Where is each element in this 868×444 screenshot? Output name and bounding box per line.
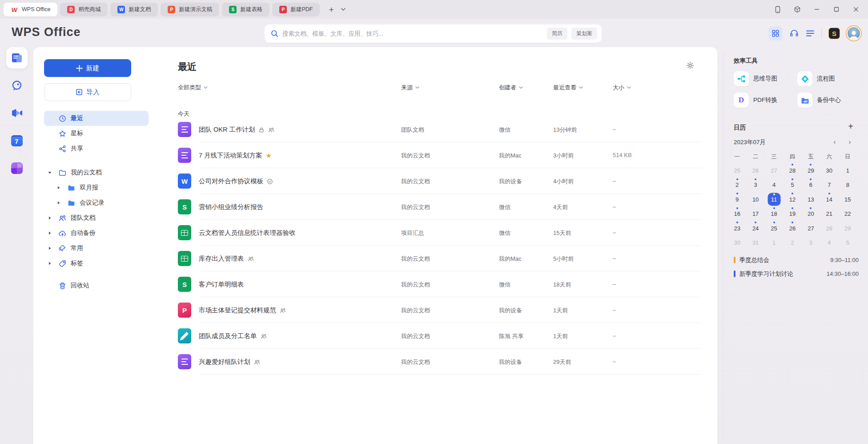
new-document-button[interactable]: 新建	[44, 59, 131, 77]
sidebar-item-team[interactable]: 团队文档	[44, 210, 149, 226]
calendar-day[interactable]: 25	[728, 163, 746, 178]
file-row[interactable]: 兴趣爱好组队计划 我的云文档 我的设备 29天前 –	[159, 349, 717, 375]
calendar-day[interactable]: 6	[802, 178, 820, 193]
file-row[interactable]: 7 月线下活动策划方案★ 我的云文档 我的Mac 3小时前 514 KB	[159, 142, 717, 168]
app-tab[interactable]: S 新建表格	[222, 3, 269, 16]
support-headset-button[interactable]	[789, 28, 799, 38]
rail-chat-button[interactable]	[6, 75, 28, 96]
app-tab[interactable]: W 新建文档	[110, 3, 158, 16]
calendar-day[interactable]: 2	[783, 236, 801, 250]
calendar-day[interactable]: 7	[820, 178, 838, 193]
search-suggestion-chip[interactable]: 策划案	[571, 28, 597, 40]
calendar-day[interactable]: 30	[820, 163, 838, 178]
sidebar-item-folder-f[interactable]: 双月报	[44, 180, 149, 195]
caret-right-icon[interactable]	[48, 231, 52, 235]
sidebar-item-folder-f[interactable]: 会议记录	[44, 195, 149, 210]
file-row[interactable]: 云文档管人员信息统计表理器验收 项目汇总 微信 15天前 –	[159, 220, 717, 246]
calendar-day[interactable]: 13	[802, 192, 820, 207]
calendar-day[interactable]: 5	[783, 178, 801, 193]
user-avatar[interactable]	[847, 26, 861, 40]
tool-flowchart[interactable]: 流程图	[797, 71, 835, 86]
calendar-day[interactable]: 8	[839, 178, 857, 193]
file-row[interactable]: 团队 OKR 工作计划 团队文档 微信 13分钟前 –	[159, 117, 717, 142]
calendar-day[interactable]: 3	[746, 178, 764, 193]
calendar-day[interactable]: 17	[746, 207, 764, 222]
calendar-day[interactable]: 15	[839, 192, 857, 207]
calendar-day[interactable]: 16	[728, 207, 746, 222]
rail-calendar-button[interactable]: 7	[6, 130, 28, 151]
file-row[interactable]: 库存出入管理表 我的云文档 我的Mac 5小时前 –	[159, 246, 717, 271]
calendar-add-button[interactable]: +	[845, 121, 856, 132]
calendar-event[interactable]: 新季度学习计划讨论 14:30–16:00	[734, 267, 859, 281]
calendar-day[interactable]: 28	[783, 163, 801, 178]
tool-mindmap[interactable]: 思维导图	[734, 71, 777, 86]
file-row[interactable]: S 客户订单明细表 我的云文档 微信 18天前 –	[159, 271, 717, 297]
column-filter[interactable]: 大小	[613, 84, 631, 92]
file-row[interactable]: W 公司对外合作协议模板 我的云文档 我的设备 4小时前 –	[159, 168, 717, 194]
caret-right-icon[interactable]	[48, 261, 52, 266]
calendar-day[interactable]: 2	[728, 178, 746, 193]
rail-documents-button[interactable]	[6, 47, 28, 69]
sidebar-item-trash[interactable]: 回收站	[44, 278, 149, 293]
file-row[interactable]: 团队成员及分工名单 我的云文档 陈旭 共享 1天前 –	[159, 323, 717, 349]
caret-right-icon[interactable]	[56, 186, 61, 190]
caret-right-icon[interactable]	[48, 216, 52, 220]
tool-backup[interactable]: 备份中心	[797, 93, 841, 108]
rail-meeting-button[interactable]	[6, 102, 28, 124]
calendar-day[interactable]: 29	[839, 221, 857, 236]
app-tab[interactable]: P 新建PDF	[272, 3, 320, 16]
sidebar-item-star[interactable]: 星标	[44, 126, 149, 141]
tool-pdfconv[interactable]: D PDF转换	[734, 93, 777, 108]
calendar-day[interactable]: 28	[820, 221, 838, 236]
calendar-day[interactable]: 29	[802, 163, 820, 178]
caret-right-icon[interactable]	[48, 246, 52, 250]
calendar-day[interactable]: 9	[728, 192, 746, 207]
close-button[interactable]	[852, 5, 860, 13]
calendar-day[interactable]: 4	[820, 236, 838, 250]
column-filter[interactable]: 最近查看	[553, 84, 583, 92]
caret-right-icon[interactable]	[56, 201, 61, 205]
main-menu-button[interactable]	[806, 30, 815, 37]
calendar-day[interactable]: 5	[839, 236, 857, 250]
app-tab[interactable]: P 新建演示文稿	[161, 3, 219, 16]
calendar-day[interactable]: 20	[802, 207, 820, 222]
sidebar-item-clock[interactable]: 最近	[44, 111, 149, 126]
tab-list-dropdown-icon[interactable]	[341, 8, 346, 11]
calendar-day[interactable]: 18	[765, 207, 783, 222]
mobile-companion-icon[interactable]	[774, 5, 782, 13]
calendar-day[interactable]: 12	[783, 192, 801, 207]
sidebar-item-share[interactable]: 共享	[44, 141, 149, 156]
calendar-day[interactable]: 30	[728, 236, 746, 250]
workspace-icon[interactable]	[793, 5, 801, 13]
calendar-day[interactable]: 26	[746, 163, 764, 178]
calendar-day[interactable]: 26	[783, 221, 801, 236]
calendar-day[interactable]: 11	[765, 192, 783, 207]
calendar-day[interactable]: 31	[746, 236, 764, 250]
calendar-prev-button[interactable]: ‹	[830, 137, 840, 146]
svip-badge[interactable]: S	[828, 28, 840, 39]
rail-app-center-button[interactable]	[6, 157, 28, 179]
new-tab-button[interactable]: +	[326, 4, 337, 15]
app-tab[interactable]: D 稻壳商城	[60, 3, 108, 16]
app-tab[interactable]: W WPS Office	[4, 3, 57, 16]
calendar-day[interactable]: 14	[820, 192, 838, 207]
sidebar-item-tag[interactable]: 标签	[44, 256, 149, 271]
sidebar-item-folder-o[interactable]: 我的云文档	[44, 165, 149, 180]
apps-grid-button[interactable]	[768, 26, 783, 40]
calendar-day[interactable]: 25	[765, 221, 783, 236]
sidebar-item-pin[interactable]: 常用	[44, 241, 149, 256]
calendar-next-button[interactable]: ›	[845, 137, 855, 146]
calendar-day[interactable]: 24	[746, 221, 764, 236]
sidebar-item-cloud[interactable]: 自动备份	[44, 226, 149, 241]
calendar-day[interactable]: 10	[746, 192, 764, 207]
search-bar[interactable]: 简历策划案	[265, 24, 602, 43]
file-row[interactable]: P 市场主体登记提交材料规范 我的云文档 我的设备 1天前 –	[159, 297, 717, 323]
column-filter[interactable]: 创建者	[499, 84, 523, 92]
column-filter[interactable]: 全部类型	[178, 84, 208, 92]
calendar-day[interactable]: 22	[839, 207, 857, 222]
calendar-day[interactable]: 19	[783, 207, 801, 222]
calendar-event[interactable]: 季度总结会 9:30–11:00	[734, 253, 859, 267]
calendar-day[interactable]: 4	[765, 178, 783, 193]
column-filter[interactable]: 来源	[401, 84, 419, 92]
calendar-day[interactable]: 23	[728, 221, 746, 236]
